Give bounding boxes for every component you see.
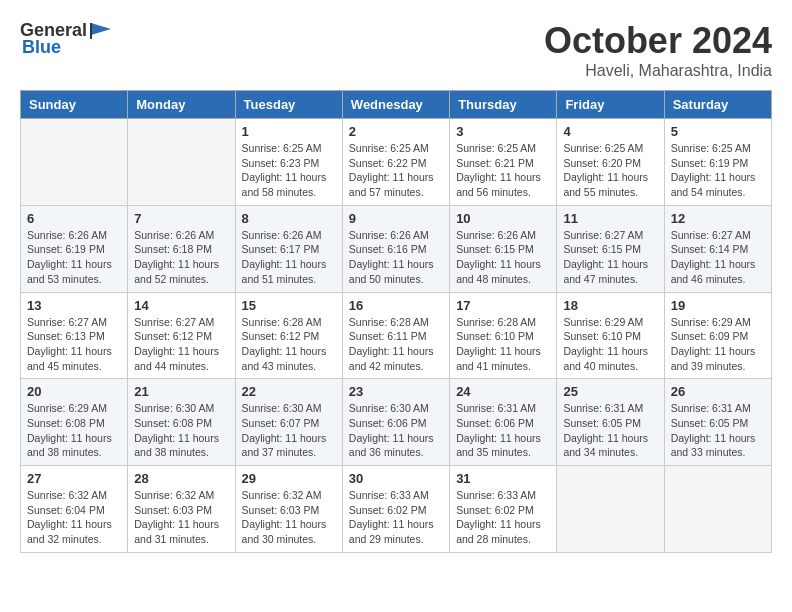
weekday-header-wednesday: Wednesday — [342, 91, 449, 119]
day-number: 6 — [27, 211, 121, 226]
day-detail: Sunrise: 6:33 AMSunset: 6:02 PMDaylight:… — [349, 488, 443, 547]
title-area: October 2024 Haveli, Maharashtra, India — [544, 20, 772, 80]
svg-marker-0 — [91, 23, 111, 35]
weekday-header-monday: Monday — [128, 91, 235, 119]
weekday-header-tuesday: Tuesday — [235, 91, 342, 119]
calendar-cell — [128, 119, 235, 206]
calendar-header-row: SundayMondayTuesdayWednesdayThursdayFrid… — [21, 91, 772, 119]
day-detail: Sunrise: 6:28 AMSunset: 6:12 PMDaylight:… — [242, 315, 336, 374]
day-number: 16 — [349, 298, 443, 313]
day-number: 15 — [242, 298, 336, 313]
day-detail: Sunrise: 6:30 AMSunset: 6:06 PMDaylight:… — [349, 401, 443, 460]
calendar-cell: 16Sunrise: 6:28 AMSunset: 6:11 PMDayligh… — [342, 292, 449, 379]
day-number: 8 — [242, 211, 336, 226]
calendar-cell: 9Sunrise: 6:26 AMSunset: 6:16 PMDaylight… — [342, 205, 449, 292]
calendar-cell: 24Sunrise: 6:31 AMSunset: 6:06 PMDayligh… — [450, 379, 557, 466]
calendar-week-row: 13Sunrise: 6:27 AMSunset: 6:13 PMDayligh… — [21, 292, 772, 379]
day-detail: Sunrise: 6:26 AMSunset: 6:19 PMDaylight:… — [27, 228, 121, 287]
logo-blue-text: Blue — [22, 37, 61, 58]
day-detail: Sunrise: 6:25 AMSunset: 6:21 PMDaylight:… — [456, 141, 550, 200]
day-detail: Sunrise: 6:25 AMSunset: 6:23 PMDaylight:… — [242, 141, 336, 200]
day-number: 21 — [134, 384, 228, 399]
day-detail: Sunrise: 6:31 AMSunset: 6:05 PMDaylight:… — [671, 401, 765, 460]
day-number: 31 — [456, 471, 550, 486]
header: General Blue October 2024 Haveli, Mahara… — [20, 20, 772, 80]
calendar-cell: 31Sunrise: 6:33 AMSunset: 6:02 PMDayligh… — [450, 466, 557, 553]
calendar-cell — [664, 466, 771, 553]
day-number: 14 — [134, 298, 228, 313]
day-number: 24 — [456, 384, 550, 399]
weekday-header-friday: Friday — [557, 91, 664, 119]
day-number: 18 — [563, 298, 657, 313]
day-number: 22 — [242, 384, 336, 399]
day-detail: Sunrise: 6:32 AMSunset: 6:03 PMDaylight:… — [134, 488, 228, 547]
day-number: 26 — [671, 384, 765, 399]
day-detail: Sunrise: 6:28 AMSunset: 6:11 PMDaylight:… — [349, 315, 443, 374]
day-number: 4 — [563, 124, 657, 139]
calendar-week-row: 27Sunrise: 6:32 AMSunset: 6:04 PMDayligh… — [21, 466, 772, 553]
calendar-cell: 6Sunrise: 6:26 AMSunset: 6:19 PMDaylight… — [21, 205, 128, 292]
day-detail: Sunrise: 6:29 AMSunset: 6:10 PMDaylight:… — [563, 315, 657, 374]
day-detail: Sunrise: 6:27 AMSunset: 6:15 PMDaylight:… — [563, 228, 657, 287]
page-subtitle: Haveli, Maharashtra, India — [544, 62, 772, 80]
calendar-cell: 15Sunrise: 6:28 AMSunset: 6:12 PMDayligh… — [235, 292, 342, 379]
calendar-cell: 1Sunrise: 6:25 AMSunset: 6:23 PMDaylight… — [235, 119, 342, 206]
calendar-cell: 3Sunrise: 6:25 AMSunset: 6:21 PMDaylight… — [450, 119, 557, 206]
day-number: 10 — [456, 211, 550, 226]
calendar-cell: 4Sunrise: 6:25 AMSunset: 6:20 PMDaylight… — [557, 119, 664, 206]
day-detail: Sunrise: 6:25 AMSunset: 6:19 PMDaylight:… — [671, 141, 765, 200]
day-detail: Sunrise: 6:28 AMSunset: 6:10 PMDaylight:… — [456, 315, 550, 374]
calendar-week-row: 1Sunrise: 6:25 AMSunset: 6:23 PMDaylight… — [21, 119, 772, 206]
day-number: 5 — [671, 124, 765, 139]
calendar-cell: 18Sunrise: 6:29 AMSunset: 6:10 PMDayligh… — [557, 292, 664, 379]
day-number: 23 — [349, 384, 443, 399]
calendar-cell — [557, 466, 664, 553]
day-detail: Sunrise: 6:29 AMSunset: 6:08 PMDaylight:… — [27, 401, 121, 460]
calendar-cell: 19Sunrise: 6:29 AMSunset: 6:09 PMDayligh… — [664, 292, 771, 379]
day-detail: Sunrise: 6:30 AMSunset: 6:08 PMDaylight:… — [134, 401, 228, 460]
day-number: 1 — [242, 124, 336, 139]
day-detail: Sunrise: 6:29 AMSunset: 6:09 PMDaylight:… — [671, 315, 765, 374]
day-number: 28 — [134, 471, 228, 486]
day-detail: Sunrise: 6:26 AMSunset: 6:18 PMDaylight:… — [134, 228, 228, 287]
day-detail: Sunrise: 6:33 AMSunset: 6:02 PMDaylight:… — [456, 488, 550, 547]
calendar-cell: 2Sunrise: 6:25 AMSunset: 6:22 PMDaylight… — [342, 119, 449, 206]
day-number: 7 — [134, 211, 228, 226]
calendar-cell: 12Sunrise: 6:27 AMSunset: 6:14 PMDayligh… — [664, 205, 771, 292]
day-number: 20 — [27, 384, 121, 399]
day-number: 2 — [349, 124, 443, 139]
day-detail: Sunrise: 6:30 AMSunset: 6:07 PMDaylight:… — [242, 401, 336, 460]
calendar-cell: 5Sunrise: 6:25 AMSunset: 6:19 PMDaylight… — [664, 119, 771, 206]
calendar-table: SundayMondayTuesdayWednesdayThursdayFrid… — [20, 90, 772, 553]
calendar-cell: 21Sunrise: 6:30 AMSunset: 6:08 PMDayligh… — [128, 379, 235, 466]
page-title: October 2024 — [544, 20, 772, 62]
calendar-cell: 29Sunrise: 6:32 AMSunset: 6:03 PMDayligh… — [235, 466, 342, 553]
calendar-cell: 7Sunrise: 6:26 AMSunset: 6:18 PMDaylight… — [128, 205, 235, 292]
day-number: 30 — [349, 471, 443, 486]
calendar-cell: 22Sunrise: 6:30 AMSunset: 6:07 PMDayligh… — [235, 379, 342, 466]
day-detail: Sunrise: 6:26 AMSunset: 6:17 PMDaylight:… — [242, 228, 336, 287]
day-detail: Sunrise: 6:32 AMSunset: 6:04 PMDaylight:… — [27, 488, 121, 547]
calendar-week-row: 20Sunrise: 6:29 AMSunset: 6:08 PMDayligh… — [21, 379, 772, 466]
day-detail: Sunrise: 6:31 AMSunset: 6:05 PMDaylight:… — [563, 401, 657, 460]
day-detail: Sunrise: 6:26 AMSunset: 6:15 PMDaylight:… — [456, 228, 550, 287]
day-detail: Sunrise: 6:27 AMSunset: 6:12 PMDaylight:… — [134, 315, 228, 374]
weekday-header-thursday: Thursday — [450, 91, 557, 119]
day-detail: Sunrise: 6:25 AMSunset: 6:20 PMDaylight:… — [563, 141, 657, 200]
calendar-cell: 30Sunrise: 6:33 AMSunset: 6:02 PMDayligh… — [342, 466, 449, 553]
day-number: 25 — [563, 384, 657, 399]
calendar-cell: 14Sunrise: 6:27 AMSunset: 6:12 PMDayligh… — [128, 292, 235, 379]
calendar-cell: 8Sunrise: 6:26 AMSunset: 6:17 PMDaylight… — [235, 205, 342, 292]
logo: General Blue — [20, 20, 113, 58]
calendar-cell: 10Sunrise: 6:26 AMSunset: 6:15 PMDayligh… — [450, 205, 557, 292]
calendar-cell: 26Sunrise: 6:31 AMSunset: 6:05 PMDayligh… — [664, 379, 771, 466]
calendar-cell: 11Sunrise: 6:27 AMSunset: 6:15 PMDayligh… — [557, 205, 664, 292]
day-number: 27 — [27, 471, 121, 486]
calendar-cell: 23Sunrise: 6:30 AMSunset: 6:06 PMDayligh… — [342, 379, 449, 466]
calendar-cell: 25Sunrise: 6:31 AMSunset: 6:05 PMDayligh… — [557, 379, 664, 466]
calendar-week-row: 6Sunrise: 6:26 AMSunset: 6:19 PMDaylight… — [21, 205, 772, 292]
weekday-header-sunday: Sunday — [21, 91, 128, 119]
calendar-cell: 27Sunrise: 6:32 AMSunset: 6:04 PMDayligh… — [21, 466, 128, 553]
day-detail: Sunrise: 6:27 AMSunset: 6:13 PMDaylight:… — [27, 315, 121, 374]
calendar-cell: 28Sunrise: 6:32 AMSunset: 6:03 PMDayligh… — [128, 466, 235, 553]
